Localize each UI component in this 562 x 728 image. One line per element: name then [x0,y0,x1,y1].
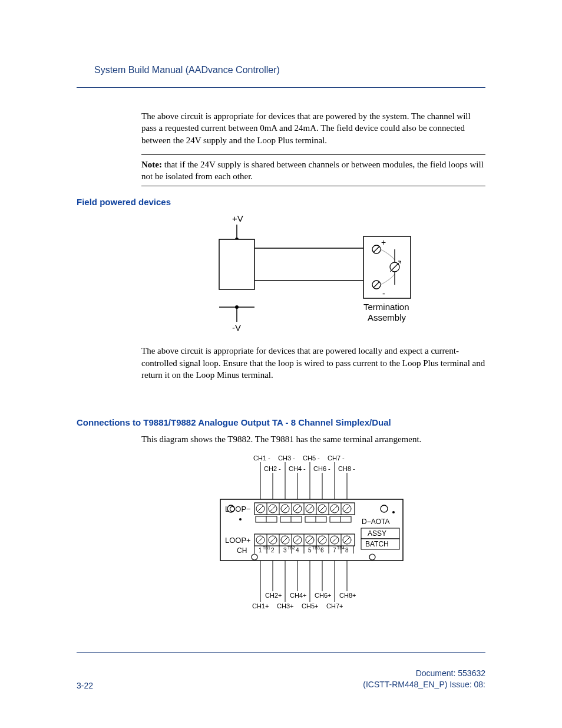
label-loop-plus: LOOP+ [225,536,251,545]
label-plus-v: +V [232,213,243,223]
label-assy: ASSY [368,529,386,538]
label-ch5-minus: CH5 - [303,454,320,462]
header-rule [77,87,485,88]
label-d-aota: D−AOTA [362,518,389,526]
label-ch3-plus: CH3+ [277,602,293,610]
svg-rect-3 [219,239,254,289]
ch-num-4: 4 [296,547,299,554]
label-ch1-minus: CH1 - [253,454,270,462]
svg-point-33 [369,554,375,560]
label-ch7-minus: CH7 - [328,454,345,462]
ch-num-6: 6 [320,547,324,554]
footer-page-number: 3-22 [77,681,93,690]
note-box: Note: that if the 24V supply is shared b… [141,154,485,187]
label-termination: Termination [363,302,409,312]
label-ch3-minus: CH3 - [278,454,295,462]
footer-doc-line2: (ICSTT-RM448_EN_P) Issue: 08: [363,679,485,690]
footer-rule [77,652,485,653]
label-ch5-plus: CH5+ [302,602,318,610]
label-ch6-minus: CH6 - [313,465,330,472]
svg-rect-9 [363,236,411,298]
label-tb1: TB1 [263,546,270,550]
footer-doc-line1: Document: 553632 [363,668,485,679]
label-ch8-plus: CH8+ [339,592,356,599]
page-header-title: System Build Manual (AADvance Controller… [94,65,485,75]
body-paragraph-2: The above circuit is appropriate for dev… [141,345,485,381]
body-paragraph-3: This diagram shows the T9882. The T9881 … [141,433,485,445]
label-ch7-plus: CH7+ [326,602,343,610]
ch-num-5: 5 [308,547,312,554]
ch-num-7: 7 [333,547,336,554]
svg-point-31 [239,518,242,521]
label-tb4: TB4 [337,546,345,550]
label-ch: CH [237,546,247,555]
body-paragraph-1: The above circuit is appropriate for dev… [141,110,485,146]
section-heading-connections: Connections to T9881/T9882 Analogue Outp… [77,417,485,427]
figure-t9882-diagram: CH1 - CH3 - CH5 - CH7 - CH2 - CH4 - CH6 … [141,453,485,618]
figure-field-powered-circuit: +V -V + - [141,213,485,337]
label-tb3: TB3 [312,546,320,550]
label-ch2-minus: CH2 - [264,465,281,472]
section-heading-field-powered: Field powered devices [77,197,485,207]
label-term-plus: + [381,238,386,247]
label-ch6-plus: CH6+ [315,592,331,599]
label-ch1-plus: CH1+ [252,602,269,610]
label-ch4-plus: CH4+ [290,592,306,599]
label-ch8-minus: CH8 - [338,465,355,472]
label-minus-v: -V [232,322,241,332]
page-footer: 3-22 Document: 553632 (ICSTT-RM448_EN_P)… [77,668,485,690]
ch-num-1: 1 [259,547,262,554]
ch-num-8: 8 [345,547,349,554]
svg-point-29 [381,505,388,512]
svg-point-32 [252,554,257,560]
label-loop-minus: LOOP− [225,505,251,513]
svg-point-30 [392,511,395,513]
label-assembly: Assembly [368,312,406,322]
label-term-minus: - [382,289,385,298]
ch-num-2: 2 [271,547,275,554]
label-tb2: TB2 [287,546,295,550]
ch-num-3: 3 [283,547,287,554]
label-ch4-minus: CH4 - [289,465,306,472]
note-label: Note: [141,160,162,169]
label-ch2-plus: CH2+ [265,592,282,599]
label-batch: BATCH [365,540,389,548]
note-text: that if the 24V supply is shared between… [141,160,484,181]
